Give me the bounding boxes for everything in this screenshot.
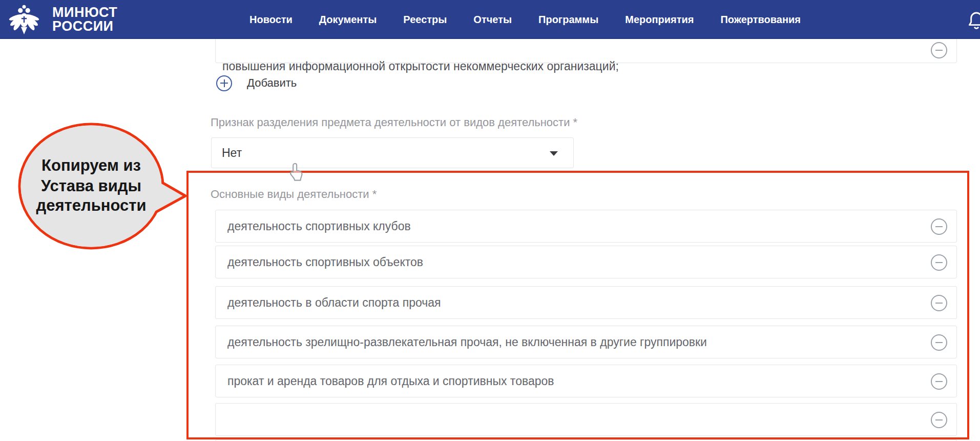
goal-item-value: повышения информационной открытости неко… (222, 59, 619, 73)
nav-item-registries[interactable]: Реестры (403, 14, 447, 26)
minus-circle-icon (935, 226, 943, 227)
activity-value: деятельность зрелищно-развлекательная пр… (227, 335, 707, 349)
page: повышения информационной открытости неко… (0, 0, 980, 441)
minus-circle-icon (935, 50, 943, 51)
division-select[interactable]: Нет (211, 137, 574, 168)
activity-value: прокат и аренда товаров для отдыха и спо… (227, 374, 554, 388)
nav-item-documents[interactable]: Документы (319, 14, 377, 26)
remove-item-button[interactable] (931, 254, 947, 271)
activity-input-row[interactable]: прокат и аренда товаров для отдыха и спо… (215, 365, 957, 397)
nav-item-news[interactable]: Новости (249, 14, 293, 26)
top-navigation-bar: МИНЮСТ РОССИИ Новости Документы Реестры … (0, 0, 980, 39)
add-item-label: Добавить (247, 76, 297, 90)
division-field-label: Признак разделения предмета деятельности… (211, 116, 577, 129)
nav-item-events[interactable]: Мероприятия (625, 14, 694, 26)
bell-icon[interactable] (966, 10, 980, 31)
activity-value: деятельность в области спорта прочая (227, 296, 441, 310)
caret-down-icon (550, 151, 558, 156)
minus-circle-icon (935, 419, 943, 420)
minus-circle-icon (935, 303, 943, 304)
activity-value: деятельность спортивных объектов (227, 255, 423, 269)
bubble-text-line1: Копируем из (41, 156, 141, 174)
bubble-text-line2: Устава виды (41, 177, 141, 195)
add-item-button[interactable]: Добавить (215, 74, 297, 92)
bubble-text-line3: деятельности (36, 196, 147, 214)
double-eagle-emblem-icon (7, 3, 41, 36)
activity-input-row[interactable]: деятельность зрелищно-развлекательная пр… (215, 326, 957, 358)
activity-input-row-empty[interactable] (215, 403, 957, 436)
logo-text: МИНЮСТ РОССИИ (52, 6, 117, 33)
activities-field-label: Основные виды деятельности * (211, 188, 377, 201)
remove-item-button[interactable] (931, 412, 947, 428)
minjust-logo[interactable]: МИНЮСТ РОССИИ (7, 3, 117, 36)
activity-input-row[interactable]: деятельность спортивных объектов (215, 246, 957, 278)
minus-circle-icon (935, 381, 943, 382)
remove-item-button[interactable] (931, 295, 947, 311)
remove-item-button[interactable] (931, 334, 947, 351)
nav-item-reports[interactable]: Отчеты (473, 14, 512, 26)
division-select-value: Нет (222, 146, 242, 160)
nav-item-programs[interactable]: Программы (538, 14, 598, 26)
remove-item-button[interactable] (931, 373, 947, 390)
remove-item-button[interactable] (931, 218, 947, 235)
nav-item-donations[interactable]: Пожертвования (720, 14, 801, 26)
main-menu: Новости Документы Реестры Отчеты Програм… (249, 0, 801, 39)
minus-circle-icon (935, 262, 943, 263)
activity-input-row[interactable]: деятельность в области спорта прочая (215, 286, 957, 319)
plus-circle-icon (216, 75, 232, 91)
activity-input-row[interactable]: деятельность спортивных клубов (215, 210, 957, 243)
remove-item-button[interactable] (931, 42, 947, 58)
activity-value: деятельность спортивных клубов (227, 219, 411, 233)
annotation-speech-bubble: Копируем из Устава виды деятельности (9, 119, 199, 263)
minus-circle-icon (935, 342, 943, 343)
